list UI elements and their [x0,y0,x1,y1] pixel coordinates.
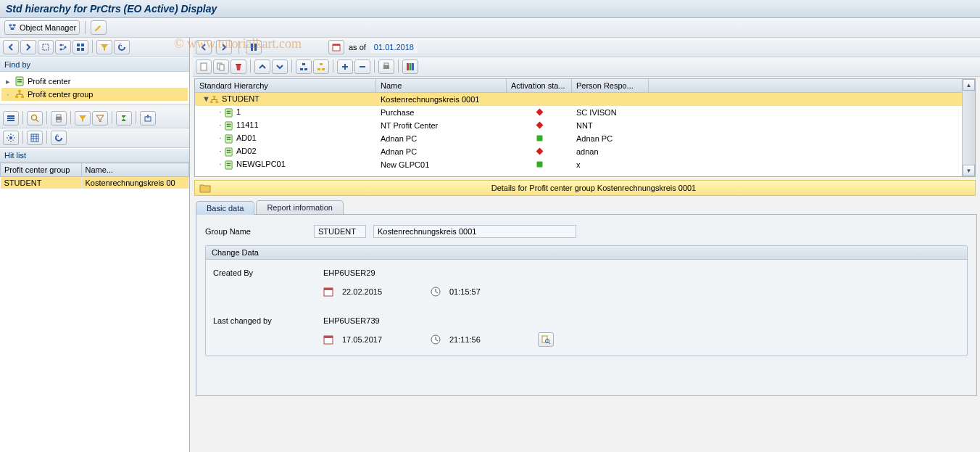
grid-row[interactable]: ·AD02Adnan PCadnan [195,145,975,158]
details-button[interactable] [3,111,19,126]
svg-rect-9 [77,48,80,51]
created-by-label: Created By [213,268,315,277]
forward-button[interactable] [20,40,36,54]
hitlist-cell: STUDENT [1,177,82,189]
grid-header-activation[interactable]: Activation sta... [507,79,572,92]
delete-button[interactable] [231,59,246,74]
hitlist-col-group[interactable]: Profit center group [1,163,82,177]
svg-rect-27 [251,44,253,51]
hitlist-cell: Kostenrechnungskreis 00 [81,177,188,189]
grid-cell-person: x [572,160,649,170]
grid-cell-name: NT Profit Center [376,120,507,131]
create-button[interactable] [196,59,212,74]
chevron-up-icon [258,62,267,71]
print2-button[interactable] [378,59,394,74]
search-button[interactable] [27,111,43,126]
period-button[interactable] [328,40,344,54]
status-green-icon [536,135,544,144]
funnel-icon [100,43,109,52]
svg-rect-1 [13,25,16,26]
svg-rect-30 [333,44,340,46]
hierarchy-icon [209,94,222,103]
filter-button[interactable] [96,40,112,54]
grid-row[interactable]: ·1PurchaseSC IVISON [195,106,975,119]
exp-button[interactable] [140,111,156,126]
row-expander-icon[interactable]: · [217,133,224,142]
grid-cell-person [572,99,649,100]
page-title: Std hierarchy for PrCtrs (EO Active) Dis… [0,0,980,18]
tree-item-profit-center-group[interactable]: · Profit center group [1,88,188,101]
grid-cell-status [507,107,572,118]
hier-gold-icon [317,62,325,71]
grid-cell-id: ▼STUDENT [195,94,376,105]
grid-row[interactable]: ·AD01Adnan PCAdnan PC [195,132,975,145]
back-button[interactable] [3,40,19,54]
svg-rect-45 [412,63,414,70]
svg-rect-0 [9,25,12,26]
row-expander-icon[interactable]: · [217,147,224,155]
tab-basic-data[interactable]: Basic data [196,201,254,215]
vertical-scrollbar[interactable]: ▲ ▼ [962,79,975,176]
grid-header-standard-hierarchy[interactable]: Standard Hierarchy [195,79,376,92]
column-button[interactable] [246,40,262,54]
svg-rect-46 [213,96,216,98]
tab-report-information[interactable]: Report information [256,200,344,214]
grid-row[interactable]: ·11411NT Profit CenterNNT [195,119,975,132]
nav-fwd-button[interactable] [216,40,232,54]
movedown-button[interactable] [272,59,288,74]
toolfilter2-button[interactable] [92,111,108,126]
expandall-button[interactable] [337,59,353,74]
svg-rect-12 [17,79,22,81]
svg-rect-16 [21,96,24,98]
hitlist-col-name[interactable]: Name... [81,163,188,177]
grid-header-name[interactable]: Name [376,79,507,92]
scroll-down-button[interactable]: ▼ [963,165,975,176]
changelog-button[interactable] [538,332,554,347]
hier-blue-icon [299,62,308,71]
edit-button[interactable] [91,20,107,35]
svg-rect-47 [210,101,213,103]
chevron-down-icon [275,62,284,71]
collapse-all-icon [358,62,367,71]
row-expander-icon[interactable]: · [217,160,224,168]
sum-button[interactable] [116,111,132,126]
hitlist-row[interactable]: STUDENT Kostenrechnungskreis 00 [1,177,189,189]
group-name-label: Group Name [205,227,307,236]
hier1-button[interactable] [296,59,312,74]
left-panel: Find by ▸ Profit center · Profit center … [0,38,190,452]
toolhistory-button[interactable] [51,131,67,145]
grid-header-person[interactable]: Person Respo... [572,79,649,92]
svg-rect-58 [227,137,231,138]
hier2-button[interactable] [313,59,329,74]
row-expander-icon[interactable]: · [217,120,224,129]
layout-button[interactable] [72,40,88,54]
toolfilter-button[interactable] [75,111,91,126]
history-icon [54,133,63,142]
nav-back-button[interactable] [196,40,212,54]
grid-row[interactable]: ·NEWGLPC01New GLPC01x [195,158,975,171]
doc-magnify-icon [541,335,550,344]
spreadsheet-button[interactable] [27,131,43,145]
print-button[interactable] [51,111,67,126]
tree-item-profit-center[interactable]: ▸ Profit center [1,75,188,88]
svg-rect-2 [11,28,14,30]
grid-cell-id: ·NEWGLPC01 [195,159,376,170]
right-toolbar-1: as of 01.01.2018 [193,38,980,57]
collapseall-button[interactable] [354,59,370,74]
svg-rect-54 [227,124,231,125]
created-time-value: 01:15:57 [449,287,529,296]
row-expander-icon[interactable]: ▼ [202,94,209,103]
select-button[interactable] [38,40,54,54]
columnconf-button[interactable] [402,59,418,74]
moveup-button[interactable] [254,59,270,74]
object-manager-button[interactable]: Object Manager [4,20,80,35]
personalise-button[interactable] [3,131,19,145]
row-id-text: 1 [236,107,241,116]
scroll-up-button[interactable]: ▲ [963,79,975,91]
grid-row[interactable]: ▼STUDENTKostenrechnungskreis 0001 [195,93,975,106]
svg-rect-22 [57,115,61,117]
find-button[interactable] [55,40,71,54]
row-expander-icon[interactable]: · [217,107,224,116]
copy-button[interactable] [213,59,229,74]
history-button[interactable] [114,40,130,54]
